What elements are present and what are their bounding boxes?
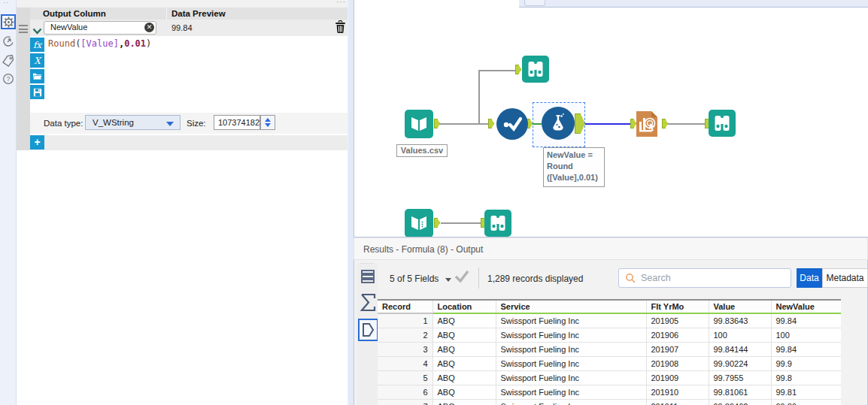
add-expression-button[interactable]: +: [30, 135, 44, 150]
delete-expression-button[interactable]: [335, 20, 346, 36]
column-header-location[interactable]: Location: [432, 301, 496, 313]
stepper-up-icon[interactable]: [265, 118, 271, 122]
results-view-table-button[interactable]: [360, 269, 375, 287]
results-title-bar[interactable]: Results - Formula (8) - Output: [354, 237, 868, 260]
input-data-tool-2[interactable]: [405, 209, 433, 237]
connection-input2-browse[interactable]: [441, 222, 481, 224]
gear-icon: [3, 17, 14, 28]
table-row: 6ABQSwissport Fueling Inc20191099.810619…: [378, 385, 841, 399]
browse-tool-2[interactable]: [484, 210, 511, 237]
output-column-header: Output Column: [30, 8, 167, 20]
annotation-line: Round: [547, 161, 601, 172]
browse-tool-output[interactable]: [709, 110, 736, 137]
variables-button[interactable]: X: [30, 53, 44, 68]
table-cell: Swissport Fueling Inc: [496, 328, 646, 342]
input-tool-label[interactable]: Values.csv: [396, 144, 448, 157]
column-header-service[interactable]: Service: [496, 301, 646, 313]
table-row: 5ABQSwissport Fueling Inc20190999.795599…: [378, 370, 841, 385]
data-type-value: V_WString: [93, 118, 134, 127]
connection-formula-chart-selected[interactable]: [585, 123, 630, 125]
connection-branch-vertical[interactable]: [478, 70, 480, 124]
svg-text:?: ?: [6, 75, 10, 83]
functions-button[interactable]: fx: [30, 38, 44, 52]
annotation-tab[interactable]: [1, 53, 16, 68]
table-row: 3ABQSwissport Fueling Inc20190799.841449…: [378, 342, 841, 356]
fx-icon: fx: [33, 40, 41, 50]
data-type-dropdown[interactable]: V_WString: [85, 115, 181, 130]
formula-field: [Value]: [80, 38, 119, 49]
x-variable-icon: X: [34, 56, 41, 66]
interactive-chart-tool[interactable]: [632, 109, 662, 139]
results-grid: RecordLocationServiceFlt YrMoValueNewVal…: [378, 299, 841, 405]
table-cell: 99.81061: [709, 385, 771, 399]
help-tab[interactable]: ?: [1, 71, 16, 86]
chevron-down-icon: [32, 28, 42, 35]
column-header-flt-yrmo[interactable]: Flt YrMo: [646, 301, 709, 313]
table-header-row: RecordLocationServiceFlt YrMoValueNewVal…: [378, 301, 841, 313]
results-output-anchor-button[interactable]: [358, 319, 378, 341]
browse-tool-top[interactable]: [522, 56, 549, 83]
workflow-tab[interactable]: [1, 34, 16, 49]
connection-input-select[interactable]: [439, 123, 490, 125]
table-cell: 4: [378, 356, 432, 370]
left-rail: ··: [0, 0, 17, 405]
data-preview-header: Data Preview: [167, 8, 331, 20]
table-cell: 201910: [646, 385, 709, 399]
column-header-newvalue[interactable]: NewValue: [771, 301, 841, 313]
fields-dropdown-caret-icon[interactable]: [445, 278, 451, 282]
formula-tool[interactable]: [542, 107, 575, 140]
toolbar-divider: [478, 267, 479, 289]
table-cell: 99.89: [771, 399, 841, 405]
open-expression-button[interactable]: [30, 69, 44, 83]
select-check-icon: [502, 116, 523, 132]
expression-drag-handle[interactable]: [19, 25, 28, 33]
input-data-tool[interactable]: [405, 110, 433, 138]
formula-annotation[interactable]: NewValue = Round ([Value],0.01): [543, 147, 605, 187]
save-expression-button[interactable]: [30, 85, 44, 99]
folder-open-icon: [32, 72, 42, 80]
question-icon: ?: [2, 73, 14, 85]
table-cell: 99.84: [771, 313, 841, 328]
table-cell: 6: [378, 385, 432, 399]
table-cell: 201906: [646, 328, 709, 342]
canvas-collapsed-tab[interactable]: [524, 0, 545, 6]
open-book-icon: [409, 115, 429, 133]
config-panel-dots[interactable]: ···: [336, 0, 346, 6]
configuration-tab[interactable]: [1, 14, 16, 29]
table-row: 4ABQSwissport Fueling Inc20190899.902249…: [378, 356, 841, 370]
table-row: 2ABQSwissport Fueling Inc201906100100: [378, 328, 841, 342]
fields-summary[interactable]: 5 of 5 Fields: [390, 274, 439, 284]
clear-column-icon[interactable]: ✕: [144, 23, 154, 32]
size-input[interactable]: 1073741823: [214, 115, 260, 130]
table-cell: Swissport Fueling Inc: [496, 342, 646, 356]
formula-expression[interactable]: Round([Value],0.01): [48, 38, 151, 49]
collapse-expression-button[interactable]: [32, 24, 42, 38]
table-cell: 100: [771, 328, 841, 342]
table-cell: 99.8: [771, 370, 841, 385]
table-row: 1ABQSwissport Fueling Inc20190599.836439…: [378, 313, 841, 328]
column-header-value[interactable]: Value: [709, 301, 771, 313]
table-cell: ABQ: [432, 399, 496, 405]
binoculars-icon: [527, 61, 545, 77]
panel-splitter[interactable]: [348, 0, 354, 405]
formula-number: 0.01: [124, 38, 146, 49]
connection-branch-horizontal[interactable]: [478, 70, 516, 71]
binoculars-icon: [489, 215, 507, 231]
formula-paren-close: ): [146, 38, 151, 49]
tab-data[interactable]: Data: [797, 268, 822, 288]
stepper-down-icon[interactable]: [265, 123, 271, 127]
results-search-box[interactable]: Search: [618, 268, 791, 288]
results-profile-button[interactable]: [360, 293, 377, 315]
results-rail-dots[interactable]: ·····: [360, 260, 374, 267]
output-column-input[interactable]: NewValue: [44, 21, 156, 35]
select-tool[interactable]: [496, 108, 528, 140]
column-header-record[interactable]: Record: [378, 301, 432, 313]
table-row: 7ABQSwissport Fueling Inc20191199.894629…: [378, 399, 841, 405]
rail-drag-dots[interactable]: ··: [3, 0, 9, 6]
size-stepper[interactable]: [260, 115, 275, 130]
connection-chart-browse[interactable]: [668, 123, 706, 125]
tab-metadata[interactable]: Metadata: [822, 268, 868, 288]
table-cell: Swissport Fueling Inc: [496, 313, 646, 328]
apply-checkmark-icon[interactable]: [454, 270, 469, 286]
expression-toolbar: fx X: [30, 38, 44, 99]
